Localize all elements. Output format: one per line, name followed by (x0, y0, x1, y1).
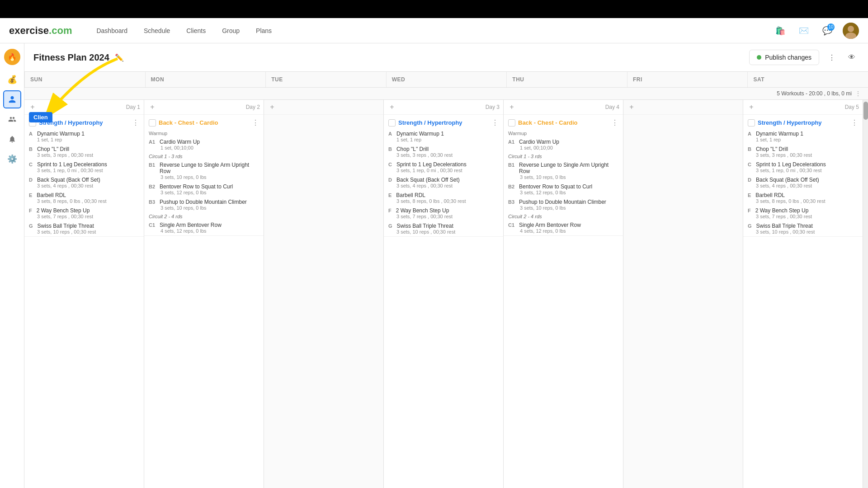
exercise-sun-E: EBarbell RDL 3 sets, 8 reps, 0 lbs , 00;… (24, 190, 144, 206)
nav-dashboard[interactable]: Dashboard (90, 23, 134, 38)
exercise-sat-E: EBarbell RDL 3 sets, 8 reps, 0 lbs , 00;… (743, 190, 863, 206)
nav-plans[interactable]: Plans (250, 23, 278, 38)
exercise-thu-B3: B3Pushup to Double Mountain Climber 3 se… (504, 197, 623, 212)
day5-add-btn[interactable]: + (747, 103, 756, 112)
exercise-wed-C: CSprint to 1 Leg Decelerations 3 sets, 1… (384, 160, 503, 175)
sidebar-item-alerts[interactable] (3, 130, 21, 148)
publish-status-dot (757, 55, 761, 60)
day5-add-row: + Day 5 (743, 100, 863, 115)
day5-label: Day 5 (845, 104, 859, 110)
workout-thu-header: Back - Chest - Cardio ⋮ (504, 115, 623, 129)
col-sun: + Day 1 Strength / Hypertrophy ⋮ ADynami… (24, 100, 144, 488)
svg-point-1 (848, 26, 854, 32)
sidebar-avatar[interactable]: 🔥 (4, 49, 20, 65)
workout-wed-header: Strength / Hypertrophy ⋮ (384, 115, 503, 129)
exercise-sat-C: CSprint to 1 Leg Decelerations 3 sets, 1… (743, 160, 863, 175)
workouts-summary-text: 5 Workouts - 20:00 , 0 lbs, 0 mi (777, 90, 852, 97)
workout-sat-header: Strength / Hypertrophy ⋮ (743, 115, 863, 129)
day4-add-btn[interactable]: + (507, 103, 516, 112)
workout-wed-check[interactable] (388, 119, 396, 127)
workout-sun-check[interactable] (29, 119, 36, 127)
workout-thu-check[interactable] (508, 119, 515, 127)
workout-sun-menu[interactable]: ⋮ (132, 118, 139, 127)
exercise-thu-B1: B1Reverse Lunge to Single Arm Upright Ro… (504, 160, 623, 182)
workouts-summary-menu[interactable]: ⋮ (855, 90, 861, 97)
top-nav: exercise.com Dashboard Schedule Clients … (0, 18, 868, 43)
workout-mon-check[interactable] (149, 119, 156, 127)
day3-add-btn[interactable]: + (387, 103, 396, 112)
exercise-wed-F: F2 Way Bench Step Up 3 sets, 7 reps , 00… (384, 206, 503, 221)
main-nav: Dashboard Schedule Clients Group Plans (90, 23, 278, 38)
day-header-sun: SUN (24, 72, 145, 87)
exercise-sat-G: GSwiss Ball Triple Threat 3 sets, 10 rep… (743, 221, 863, 236)
day-header-mon: MON (145, 72, 266, 87)
mail-icon[interactable]: ✉️ (796, 23, 812, 39)
scrollbar-thumb[interactable] (863, 102, 868, 120)
workout-sat-menu[interactable]: ⋮ (851, 118, 858, 127)
publish-button[interactable]: Publish changes (749, 50, 819, 65)
day2-add-row: + Day 2 (144, 100, 264, 115)
exercise-sun-A: ADynamic Warmup 1 1 set, 1 rep (24, 129, 144, 144)
day2-label: Day 2 (246, 104, 260, 110)
detail-sun-E: 3 sets, 8 reps, 0 lbs , 00;30 rest (29, 198, 139, 204)
day1-add-btn[interactable]: + (28, 103, 37, 112)
workout-thu-menu[interactable]: ⋮ (611, 118, 618, 127)
circuit1-thu: Circuit 1 - 3 rds (504, 152, 623, 160)
workout-sat-check[interactable] (748, 119, 755, 127)
letter-G: G (29, 223, 33, 229)
workout-wed-title[interactable]: Strength / Hypertrophy (398, 119, 489, 126)
sidebar-item-clients[interactable] (3, 90, 21, 108)
workout-sat: Strength / Hypertrophy ⋮ ADynamic Warmup… (743, 115, 863, 237)
exercise-thu-C1: C1Single Arm Bentover Row 4 sets, 12 rep… (504, 220, 623, 235)
nav-group[interactable]: Group (216, 23, 246, 38)
fri-add-btn[interactable]: + (627, 103, 636, 112)
workout-thu-title[interactable]: Back - Chest - Cardio (518, 119, 609, 126)
nav-clients[interactable]: Clients (180, 23, 212, 38)
detail-mon-B3: 3 sets, 10 reps, 0 lbs (149, 205, 259, 211)
detail-mon-A1: 1 set, 00;10;00 (149, 145, 259, 150)
letter-A: A (29, 131, 33, 136)
day2-add-btn[interactable]: + (148, 103, 157, 112)
publish-label: Publish changes (765, 54, 811, 61)
day3-label: Day 3 (486, 104, 500, 110)
col-thu: + Day 4 Back - Chest - Cardio ⋮ Warmup (504, 100, 623, 488)
preview-icon[interactable]: 👁 (844, 50, 859, 65)
sidebar-item-settings[interactable]: ⚙️ (3, 150, 21, 168)
logo[interactable]: exercise.com (9, 25, 72, 37)
letter-E: E (29, 192, 32, 198)
workout-mon-title[interactable]: Back - Chest - Cardio (159, 119, 249, 126)
nav-schedule[interactable]: Schedule (137, 23, 176, 38)
plan-header: Fitness Plan 2024 ✏️ Publish changes ⋮ 👁 (24, 43, 868, 72)
workout-wed-menu[interactable]: ⋮ (491, 118, 499, 127)
more-options-button[interactable]: ⋮ (825, 50, 839, 65)
letter-C: C (29, 162, 33, 167)
main-content: Fitness Plan 2024 ✏️ Publish changes ⋮ 👁… (24, 43, 868, 488)
letter-B1: B1 (149, 162, 155, 168)
col-fri: + (623, 100, 743, 488)
vertical-scrollbar[interactable] (863, 100, 868, 488)
bag-icon[interactable]: 🛍️ (772, 23, 788, 39)
day1-add-row: + Day 1 (24, 100, 144, 115)
detail-sun-G: 3 sets, 10 reps , 00;30 rest (29, 229, 139, 235)
chat-icon[interactable]: 💬 10 (819, 23, 835, 39)
workout-sat-title[interactable]: Strength / Hypertrophy (758, 119, 848, 126)
workout-sun-title[interactable]: Strength / Hypertrophy (39, 119, 129, 126)
circuit2-thu: Circuit 2 - 4 rds (504, 212, 623, 220)
day-header-sat: SAT (747, 72, 868, 87)
exercise-sun-D: DBack Squat (Back Off Set) 3 sets, 4 rep… (24, 175, 144, 190)
sidebar-item-billing[interactable]: 💰 (3, 70, 21, 89)
exercise-mon-B3: B3Pushup to Double Mountain Climber 3 se… (144, 197, 264, 212)
day-header-wed: WED (386, 72, 507, 87)
tue-add-btn[interactable]: + (268, 103, 277, 112)
col-wed: + Day 3 Strength / Hypertrophy ⋮ ADynami… (384, 100, 504, 488)
detail-mon-C1: 4 sets, 12 reps, 0 lbs (149, 228, 259, 234)
calendar-grid-wrapper: + Day 1 Strength / Hypertrophy ⋮ ADynami… (24, 100, 868, 488)
letter-D: D (29, 177, 33, 183)
workout-mon-menu[interactable]: ⋮ (252, 118, 259, 127)
day3-add-row: + Day 3 (384, 100, 503, 115)
detail-mon-B2: 3 sets, 12 reps, 0 lbs (149, 190, 259, 195)
detail-sun-A: 1 set, 1 rep (29, 137, 139, 142)
edit-plan-icon[interactable]: ✏️ (115, 53, 124, 62)
user-avatar[interactable] (843, 23, 859, 39)
sidebar-item-groups[interactable] (3, 110, 21, 128)
